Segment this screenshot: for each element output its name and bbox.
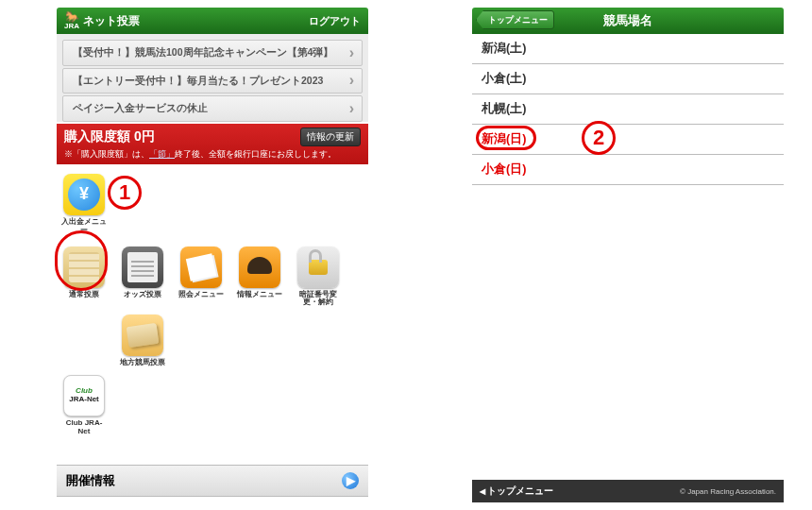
icon-label: Club JRA-Net — [60, 419, 108, 436]
brand-small: JRA — [64, 23, 79, 30]
arrow-right-icon: ▶ — [342, 472, 359, 489]
limit-note-pre: ※「購入限度額」は、 — [64, 149, 149, 159]
header-bar: トップメニュー 競馬場名 — [472, 8, 784, 34]
annotation-number-2: 2 — [582, 121, 616, 155]
limit-amount: 購入限度額 0円 — [64, 128, 155, 145]
logout-link[interactable]: ログアウト — [309, 14, 361, 28]
phone-right: トップメニュー 競馬場名 新潟(土) 小倉(土) 札幌(土) 新潟(日) 小倉(… — [472, 8, 784, 502]
yen-icon: ¥ — [63, 174, 105, 215]
lock-icon — [297, 246, 339, 288]
banner-item[interactable]: 【エントリー受付中！】毎月当たる！プレゼント2023 — [62, 68, 363, 94]
limit-note: ※「購入限度額」は、「節」終了後、全額を銀行口座にお戻しします。 — [64, 146, 361, 162]
deposit-menu-button[interactable]: ¥ 入出金メニュー — [60, 174, 108, 235]
track-row[interactable]: 小倉(土) — [472, 64, 784, 94]
sheet-icon — [180, 246, 222, 288]
helmet-icon — [239, 246, 280, 288]
section-label: 開催情報 — [66, 472, 115, 489]
info-menu-button[interactable]: 情報メニュー — [236, 246, 283, 308]
header-bar: 🐎 JRA ネット投票 ログアウト — [57, 8, 368, 34]
club-icon: Club JRA-Net — [63, 375, 105, 416]
back-label: トップメニュー — [488, 14, 548, 26]
track-row[interactable]: 札幌(土) — [472, 94, 784, 125]
limit-note-link[interactable]: 「節」 — [149, 149, 175, 159]
results-menu-button[interactable]: 照会メニュー — [178, 246, 225, 308]
icon-grid: ¥ 入出金メニュー 通常投票 オッズ投票 照会メニュー 情報メニュー — [57, 164, 368, 453]
section-event-info[interactable]: 開催情報 ▶ — [57, 465, 368, 497]
purchase-limit-bar: 購入限度額 0円 情報の更新 ※「購入限度額」は、「節」終了後、全額を銀行口座に… — [57, 124, 368, 164]
banner-item[interactable]: ペイジー入金サービスの休止 — [62, 95, 363, 122]
icon-label: 地方競馬投票 — [120, 359, 165, 367]
icon-label: 情報メニュー — [237, 291, 282, 299]
back-button[interactable]: トップメニュー — [476, 10, 554, 29]
footer-topmenu-link[interactable]: トップメニュー — [480, 484, 553, 498]
annot-1-text: 1 — [119, 180, 130, 205]
annot-2-text: 2 — [593, 126, 604, 150]
icon-label: 照会メニュー — [178, 291, 224, 299]
track-list: 新潟(土) 小倉(土) 札幌(土) 新潟(日) 小倉(日) 2 — [472, 34, 784, 185]
track-row-highlight[interactable]: 新潟(日) — [472, 125, 784, 155]
limit-note-post: 終了後、全額を銀行口座にお戻しします。 — [175, 149, 336, 159]
banner-list: 【受付中！】競馬法100周年記念キャンペーン【第4弾】 【エントリー受付中！】毎… — [57, 34, 368, 122]
track-row-highlight[interactable]: 小倉(日) — [472, 155, 784, 185]
local-ticket-icon — [122, 314, 163, 356]
icon-label: オッズ投票 — [124, 291, 161, 299]
banner-item[interactable]: 【受付中！】競馬法100周年記念キャンペーン【第4弾】 — [62, 40, 363, 66]
annotation-number-1: 1 — [108, 176, 142, 210]
odds-icon — [122, 246, 163, 288]
normal-bet-button[interactable]: 通常投票 — [60, 246, 108, 308]
icon-label: 通常投票 — [69, 291, 99, 299]
footer-bar: トップメニュー © Japan Racing Association. — [472, 480, 784, 502]
ticket-icon — [63, 246, 105, 288]
jra-logo: 🐎 JRA — [64, 11, 79, 30]
update-info-button[interactable]: 情報の更新 — [300, 128, 361, 146]
pin-change-button[interactable]: 暗証番号変更・解約 — [295, 246, 342, 308]
app-title: ネット投票 — [83, 13, 309, 29]
track-row[interactable]: 新潟(土) — [472, 34, 784, 64]
club-jra-net-button[interactable]: Club JRA-Net Club JRA-Net — [60, 375, 108, 436]
club-line2: JRA-Net — [69, 396, 99, 404]
icon-label: 暗証番号変更・解約 — [295, 291, 342, 308]
footer-copyright: © Japan Racing Association. — [680, 487, 776, 496]
page-title: 競馬場名 — [603, 12, 652, 29]
phone-left: 🐎 JRA ネット投票 ログアウト 【受付中！】競馬法100周年記念キャンペーン… — [57, 8, 368, 497]
odds-bet-button[interactable]: オッズ投票 — [119, 246, 166, 308]
local-racing-button[interactable]: 地方競馬投票 — [119, 314, 166, 367]
icon-label: 入出金メニュー — [60, 218, 108, 235]
